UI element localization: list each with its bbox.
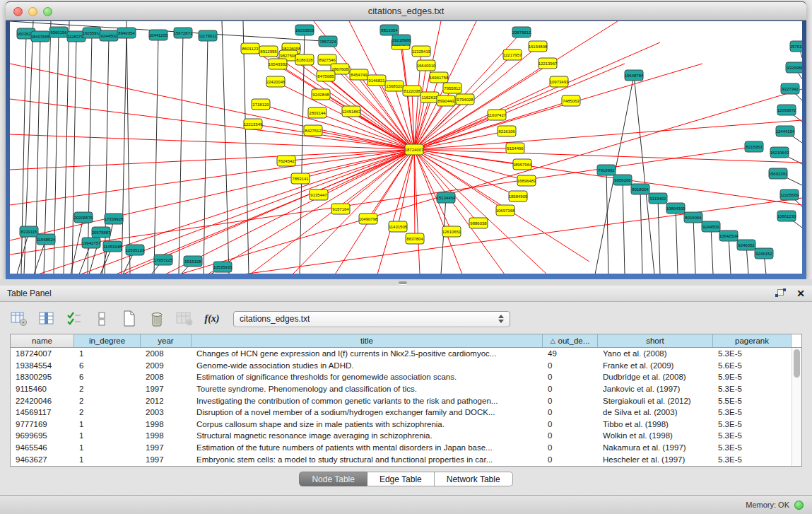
graph-node[interactable]: 8215953 xyxy=(745,141,763,152)
graph-node[interactable]: 8018024 xyxy=(631,184,649,194)
graph-node[interactable]: 20206576 xyxy=(74,212,93,223)
graph-node[interactable]: 11607427 xyxy=(488,110,507,120)
graph-node[interactable]: 9227342 xyxy=(781,83,799,94)
graph-node[interactable]: 8454749 xyxy=(350,69,368,80)
graph-node[interactable]: 10864300 xyxy=(666,203,686,214)
graph-node[interactable]: 11325419 xyxy=(412,46,431,57)
graph-node[interactable]: 2718120 xyxy=(252,99,270,110)
graph-node[interactable]: 16896483 xyxy=(517,175,536,186)
graph-node[interactable]: 9242848 xyxy=(312,89,330,100)
table-row[interactable]: 2242004622012Investigating the contribut… xyxy=(11,395,801,407)
graph-node[interactable]: 12213349 xyxy=(244,119,263,129)
graph-node[interactable]: 20975887 xyxy=(92,227,111,238)
table-row[interactable]: 946554611997Estimation of the future num… xyxy=(11,442,801,454)
graph-node[interactable]: 9056268 xyxy=(613,175,632,185)
graph-node[interactable]: 8601123 xyxy=(241,43,259,54)
scrollbar-thumb[interactable] xyxy=(794,349,800,378)
graph-node[interactable]: 8216106 xyxy=(498,126,516,136)
graph-node[interactable]: 8016064 xyxy=(684,212,702,223)
graph-node[interactable]: 20876812 xyxy=(512,27,531,37)
graph-node[interactable]: 2803144 xyxy=(308,107,326,118)
graph-node[interactable]: 18957964 xyxy=(513,159,532,170)
graph-node[interactable]: 11568524 xyxy=(37,234,56,245)
graph-node[interactable]: 15692391 xyxy=(769,168,788,179)
minimize-window-icon[interactable] xyxy=(28,7,37,16)
graph-node[interactable]: 18403565 xyxy=(31,31,50,42)
column-visibility-icon[interactable] xyxy=(37,310,56,327)
network-canvas[interactable]: 1872400786011238912955182260589827508818… xyxy=(10,21,802,274)
new-column-icon[interactable] xyxy=(120,310,139,327)
delete-table-icon[interactable] xyxy=(175,310,194,327)
graph-node[interactable]: 8339115 xyxy=(20,226,38,237)
graph-node[interactable]: 12217957 xyxy=(503,49,522,60)
select-columns-icon[interactable] xyxy=(65,310,83,327)
row-options-icon[interactable] xyxy=(93,310,111,327)
graph-node[interactable]: 12505123 xyxy=(126,245,145,255)
graph-node[interactable]: 16543382 xyxy=(269,59,288,69)
graph-node[interactable]: 7853141 xyxy=(291,173,310,184)
graph-node[interactable]: 15751074 xyxy=(790,41,802,52)
graph-node[interactable]: 8427512 xyxy=(304,125,322,136)
graph-node[interactable]: 9135447 xyxy=(310,189,328,200)
graph-node[interactable]: 12610651 xyxy=(442,226,461,237)
split-divider[interactable] xyxy=(0,279,812,286)
vertical-scrollbar[interactable] xyxy=(792,348,801,466)
table-row[interactable]: 1872400712008Changes of HCN gene express… xyxy=(11,348,801,360)
graph-node[interactable]: 11431505 xyxy=(389,221,408,232)
tab-node-table[interactable]: Node Table xyxy=(299,472,367,486)
window-titlebar[interactable]: citations_edges.txt xyxy=(6,1,806,21)
table-row[interactable]: 1830029562008Estimation of significance … xyxy=(11,371,801,383)
graph-node[interactable]: 9157164 xyxy=(331,204,350,214)
graph-node[interactable]: 1162615 xyxy=(420,92,439,103)
graph-node[interactable]: 13942757 xyxy=(82,238,101,248)
graph-node[interactable]: 7857224 xyxy=(319,36,337,47)
graph-node[interactable]: 9246052 xyxy=(737,240,755,250)
split-handle[interactable] xyxy=(399,281,407,284)
graph-node[interactable]: 10861230 xyxy=(777,211,796,221)
graph-node[interactable]: 12205669 xyxy=(780,189,799,200)
graph-node[interactable]: 9244502 xyxy=(100,30,118,41)
graph-node[interactable]: 12451863 xyxy=(342,106,361,117)
graph-node[interactable]: 16055914 xyxy=(83,28,102,38)
graph-node[interactable]: 9329966 xyxy=(786,62,802,73)
graph-node[interactable]: 1568520 xyxy=(385,81,404,91)
graph-node[interactable]: 16154808 xyxy=(529,41,548,52)
float-panel-icon[interactable] xyxy=(775,288,787,298)
table-row[interactable]: 977716911998Corpus callosum shape and si… xyxy=(11,419,801,431)
graph-node[interactable]: 16648784 xyxy=(625,70,644,81)
graph-node[interactable]: 16640910 xyxy=(417,60,436,71)
memory-indicator-icon[interactable] xyxy=(794,501,804,510)
tab-network-table[interactable]: Network Table xyxy=(435,472,513,486)
graph-node[interactable]: 8186328 xyxy=(295,54,314,65)
graph-node[interactable]: 16210643 xyxy=(770,147,789,158)
graph-node[interactable]: 10535935 xyxy=(213,262,233,272)
graph-node[interactable]: 10642504 xyxy=(719,230,739,241)
graph-node[interactable]: 9244509 xyxy=(702,221,720,232)
table-selector[interactable]: citations_edges.txt xyxy=(233,311,510,327)
graph-node[interactable]: 7485063 xyxy=(562,95,580,106)
graph-node[interactable]: 17957225 xyxy=(154,255,173,265)
graph-node[interactable]: 9146821 xyxy=(367,75,386,86)
table-row[interactable]: 969969511998Structural magnetic resonanc… xyxy=(11,430,801,442)
graph-node[interactable]: 9515108 xyxy=(184,256,202,267)
graph-node[interactable]: 8122038 xyxy=(403,86,421,96)
graph-node[interactable]: 7955812 xyxy=(443,83,461,93)
graph-node[interactable]: 22420046 xyxy=(266,76,286,87)
table-mode-icon[interactable] xyxy=(10,310,28,327)
graph-node[interactable]: 7624542 xyxy=(277,156,295,166)
graph-node[interactable]: 10441205 xyxy=(149,30,168,40)
table-row[interactable]: 946362711997Embryonic stem cells: a mode… xyxy=(11,453,801,465)
column-header[interactable]: short xyxy=(598,334,713,347)
graph-node[interactable]: 10973493 xyxy=(550,76,569,87)
graph-node[interactable]: 10490798 xyxy=(359,214,378,224)
network-view[interactable]: 1872400786011238912955182260589827508818… xyxy=(10,21,802,274)
hub-node[interactable]: 18724007 xyxy=(405,144,424,155)
delete-columns-icon[interactable] xyxy=(148,310,166,327)
table-row[interactable]: 1456911722003Disruption of a novel membe… xyxy=(11,407,801,419)
graph-node[interactable]: 8637804 xyxy=(406,233,424,244)
close-panel-icon[interactable]: ✕ xyxy=(796,288,805,298)
graph-node[interactable]: 18584905 xyxy=(509,191,528,201)
close-window-icon[interactable] xyxy=(13,7,23,16)
graph-node[interactable]: 7919992 xyxy=(597,165,616,175)
graph-node[interactable]: 15672871 xyxy=(174,28,193,38)
